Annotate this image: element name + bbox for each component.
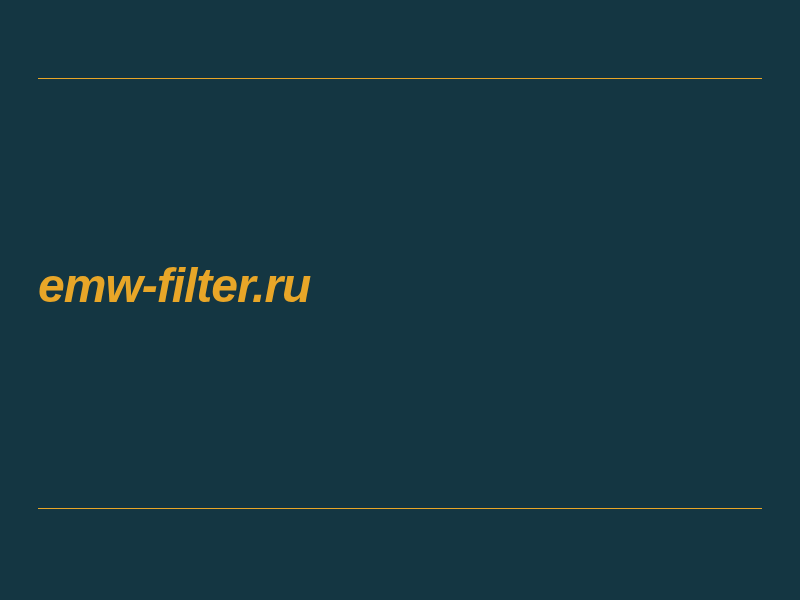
divider-bottom <box>38 508 762 509</box>
domain-name-text: emw-filter.ru <box>38 258 310 313</box>
divider-top <box>38 78 762 79</box>
